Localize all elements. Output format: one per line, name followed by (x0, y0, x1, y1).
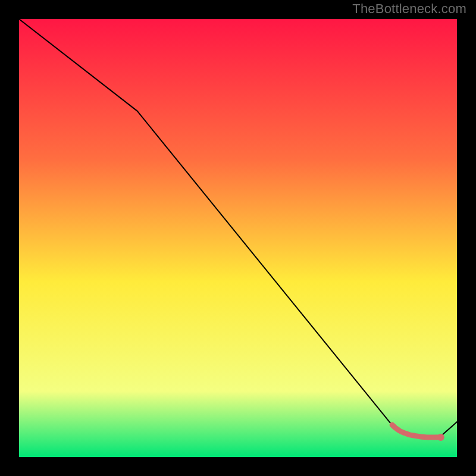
chart-frame: TheBottleneck.com (0, 0, 476, 476)
bottleneck-chart (19, 19, 457, 457)
watermark-label: TheBottleneck.com (352, 1, 466, 17)
gradient-background (19, 19, 457, 457)
plot-area (19, 19, 457, 457)
